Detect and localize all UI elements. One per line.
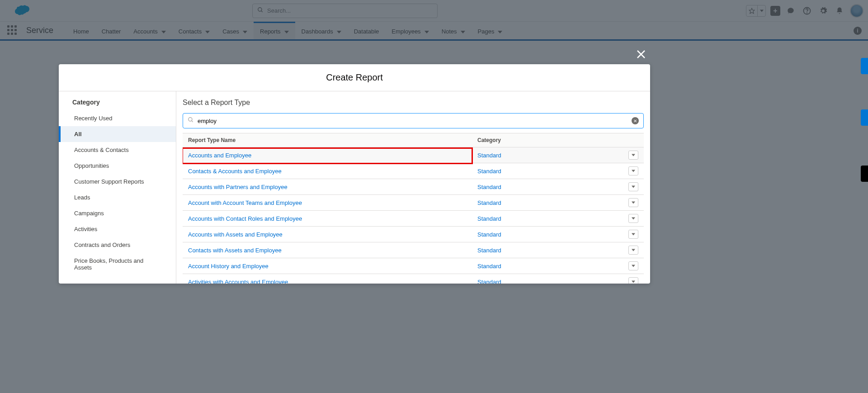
side-tab-2[interactable] — [861, 109, 868, 126]
table-row[interactable]: Account with Account Teams and EmployeeS… — [183, 195, 644, 211]
report-type-category: Standard — [472, 242, 623, 258]
row-dropdown-button[interactable] — [628, 214, 638, 223]
side-utility-tabs — [861, 58, 868, 182]
category-item[interactable]: Leads — [59, 189, 176, 205]
report-type-name[interactable]: Accounts with Partners and Employee — [183, 179, 472, 195]
row-dropdown-button[interactable] — [628, 198, 638, 207]
row-dropdown-button[interactable] — [628, 151, 638, 160]
report-type-table: Report Type Name Category Accounts and E… — [183, 133, 644, 284]
report-type-name[interactable]: Accounts with Contact Roles and Employee — [183, 211, 472, 227]
table-row[interactable]: Activities with Accounts and EmployeeSta… — [183, 274, 644, 284]
report-type-search[interactable]: ✕ — [183, 113, 644, 128]
col-report-type-name[interactable]: Report Type Name — [183, 133, 472, 147]
svg-point-7 — [189, 118, 192, 121]
table-row[interactable]: Contacts & Accounts and EmployeeStandard — [183, 163, 644, 179]
category-item[interactable]: Opportunities — [59, 158, 176, 174]
report-type-table-wrap: Report Type Name Category Accounts and E… — [183, 133, 644, 284]
table-row[interactable]: Accounts with Partners and EmployeeStand… — [183, 179, 644, 195]
report-type-name[interactable]: Account with Account Teams and Employee — [183, 195, 472, 211]
row-dropdown-button[interactable] — [628, 246, 638, 255]
category-item[interactable]: Campaigns — [59, 205, 176, 221]
pane-title: Select a Report Type — [183, 99, 644, 107]
close-button[interactable] — [636, 49, 646, 62]
row-dropdown-button[interactable] — [628, 261, 638, 270]
row-actions-cell — [623, 163, 644, 179]
category-item[interactable]: Accounts & Contacts — [59, 142, 176, 158]
row-dropdown-button[interactable] — [628, 166, 638, 175]
table-row[interactable]: Contacts with Assets and EmployeeStandar… — [183, 242, 644, 258]
col-category[interactable]: Category — [472, 133, 623, 147]
table-row[interactable]: Accounts with Assets and EmployeeStandar… — [183, 227, 644, 242]
table-row[interactable]: Account History and EmployeeStandard — [183, 258, 644, 274]
report-type-category: Standard — [472, 227, 623, 242]
svg-line-8 — [192, 121, 193, 122]
category-item[interactable]: Activities — [59, 221, 176, 237]
category-sidebar: Category Recently UsedAllAccounts & Cont… — [59, 91, 176, 284]
table-row[interactable]: Accounts with Contact Roles and Employee… — [183, 211, 644, 227]
row-actions-cell — [623, 211, 644, 227]
report-type-name[interactable]: Account History and Employee — [183, 258, 472, 274]
report-type-category: Standard — [472, 258, 623, 274]
report-type-name[interactable]: Contacts & Accounts and Employee — [183, 163, 472, 179]
report-type-search-input[interactable] — [198, 118, 632, 124]
row-actions-cell — [623, 227, 644, 242]
report-type-category: Standard — [472, 195, 623, 211]
category-item[interactable]: Customer Support Reports — [59, 174, 176, 189]
report-type-name[interactable]: Accounts with Assets and Employee — [183, 227, 472, 242]
row-dropdown-button[interactable] — [628, 230, 638, 239]
table-row[interactable]: Accounts and EmployeeStandard — [183, 147, 644, 163]
report-type-category: Standard — [472, 147, 623, 163]
category-item[interactable]: Price Books, Products and Assets — [59, 253, 176, 275]
row-actions-cell — [623, 242, 644, 258]
row-actions-cell — [623, 258, 644, 274]
create-report-modal: Create Report Category Recently UsedAllA… — [59, 64, 650, 284]
row-actions-cell — [623, 274, 644, 284]
sidebar-heading: Category — [59, 91, 176, 110]
report-type-name[interactable]: Contacts with Assets and Employee — [183, 242, 472, 258]
report-type-name[interactable]: Activities with Accounts and Employee — [183, 274, 472, 284]
row-actions-cell — [623, 195, 644, 211]
report-type-pane: Select a Report Type ✕ Report Type Name … — [176, 91, 650, 284]
search-icon — [188, 117, 194, 125]
modal-title: Create Report — [59, 64, 650, 91]
report-type-category: Standard — [472, 211, 623, 227]
report-type-category: Standard — [472, 163, 623, 179]
row-dropdown-button[interactable] — [628, 277, 638, 284]
row-actions-cell — [623, 147, 644, 163]
report-type-category: Standard — [472, 179, 623, 195]
category-item[interactable]: Recently Used — [59, 110, 176, 126]
category-item[interactable]: Contracts and Orders — [59, 237, 176, 253]
category-item[interactable]: All — [59, 126, 176, 142]
side-tab-1[interactable] — [861, 58, 868, 74]
clear-search-button[interactable]: ✕ — [632, 117, 639, 124]
report-type-name[interactable]: Accounts and Employee — [183, 147, 472, 163]
row-dropdown-button[interactable] — [628, 182, 638, 191]
row-actions-cell — [623, 179, 644, 195]
side-tab-3[interactable] — [861, 166, 868, 182]
report-type-category: Standard — [472, 274, 623, 284]
